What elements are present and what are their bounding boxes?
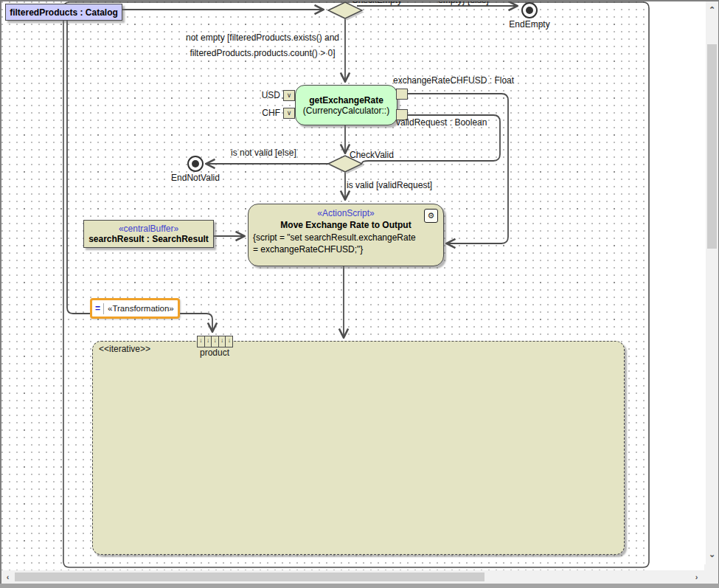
transformation-label-text: «Transformation»	[104, 304, 178, 313]
output-pin-rate[interactable]	[396, 89, 408, 100]
expansion-arrow-icon: ↓	[212, 336, 219, 347]
value-pin-icon: ∨	[287, 110, 292, 117]
vertical-scrollbar-thumb[interactable]	[707, 44, 717, 249]
window-top-border	[0, 0, 719, 1]
endnotvalid-label[interactable]: EndNotValid	[166, 173, 225, 183]
buffer-stereotype: «centralBuffer»	[119, 224, 178, 234]
getexchangerate-name: getExchangeRate	[309, 95, 383, 106]
expansion-arrow-icon: ↓	[219, 336, 226, 347]
expansion-arrow-icon: ↓	[205, 336, 212, 347]
parameter-node-filteredproducts[interactable]: filteredProducts : Catalog	[5, 4, 122, 21]
window-bottom-border	[0, 584, 719, 588]
guard-not-empty-line1: not empty [filteredProducts.exists() and	[177, 30, 348, 46]
value-pin-usd[interactable]: ∨	[283, 90, 295, 101]
expansion-region-iterative[interactable]: <<iterative>>	[92, 341, 625, 555]
move-action-name: Move Exchange Rate to Output	[249, 220, 443, 230]
move-action-script-line2: = exchangeRateCHFUSD;"}	[253, 244, 443, 255]
diagram-window: <<iterative>> filteredProducts : Catalog…	[0, 0, 719, 588]
checkvalid-guard-invalid[interactable]: is not valid [else]	[231, 148, 296, 158]
pin-label-valid[interactable]: validRequest : Boolean	[396, 117, 487, 128]
horizontal-scrollbar-thumb[interactable]	[15, 573, 484, 581]
action-move-exchange-rate[interactable]: «ActionScript» Move Exchange Rate to Out…	[248, 204, 444, 266]
pin-label-usd[interactable]: USD	[251, 90, 280, 100]
checkvalid-label[interactable]: CheckValid	[350, 150, 394, 160]
scroll-left-button[interactable]: ‹	[3, 572, 13, 582]
window-left-border	[0, 0, 1, 588]
value-pin-chf[interactable]: ∨	[283, 108, 295, 119]
final-endempty-dot	[526, 7, 533, 14]
actionscript-stereotype: «ActionScript»	[249, 208, 443, 218]
horizontal-scrollbar[interactable]: ‹ ›	[1, 570, 704, 584]
pin-label-chf[interactable]: CHF	[251, 108, 280, 118]
scrollbar-corner	[704, 564, 719, 584]
action-getexchangerate[interactable]: getExchangeRate (CurrencyCalculator::)	[295, 85, 397, 125]
final-endnotvalid-dot	[192, 160, 199, 167]
gear-icon[interactable]: ⚙	[424, 209, 438, 223]
scroll-down-button[interactable]: ⌄	[707, 549, 717, 559]
getexchangerate-behavior: (CurrencyCalculator::)	[303, 106, 389, 116]
endempty-label[interactable]: EndEmpty	[507, 19, 552, 30]
expansion-node-product[interactable]: ↓ ↓ ↓ ↓ ↓	[197, 336, 233, 347]
scroll-right-button[interactable]: ›	[692, 572, 701, 582]
guard-not-empty-line2: filteredProducts.products.count() > 0]	[177, 46, 348, 61]
buffer-name: searchResult : SearchResult	[88, 234, 209, 244]
value-pin-icon: ∨	[287, 92, 292, 99]
move-action-script-line1: {script = "set searchResult.exchangeRate	[253, 232, 443, 243]
central-buffer-searchresult[interactable]: «centralBuffer» searchResult : SearchRes…	[83, 220, 214, 248]
expansion-node-label[interactable]: product	[195, 347, 235, 358]
checkvalid-guard-valid[interactable]: is valid [validRequest]	[347, 180, 432, 190]
region-stereotype: <<iterative>>	[99, 344, 150, 354]
vertical-scrollbar[interactable]: ⌃ ⌄	[706, 1, 718, 564]
guard-not-empty[interactable]: not empty [filteredProducts.exists() and…	[177, 30, 348, 61]
transformation-edge-label[interactable]: = «Transformation»	[90, 298, 180, 319]
scroll-up-button[interactable]: ⌃	[707, 4, 717, 15]
expansion-arrow-icon: ↓	[226, 336, 232, 347]
expansion-arrow-icon: ↓	[198, 336, 205, 347]
pin-label-rate[interactable]: exchangeRateCHFUSD : Float	[393, 75, 514, 86]
parameter-node-label: filteredProducts : Catalog	[10, 7, 118, 18]
equals-icon: =	[92, 303, 104, 314]
